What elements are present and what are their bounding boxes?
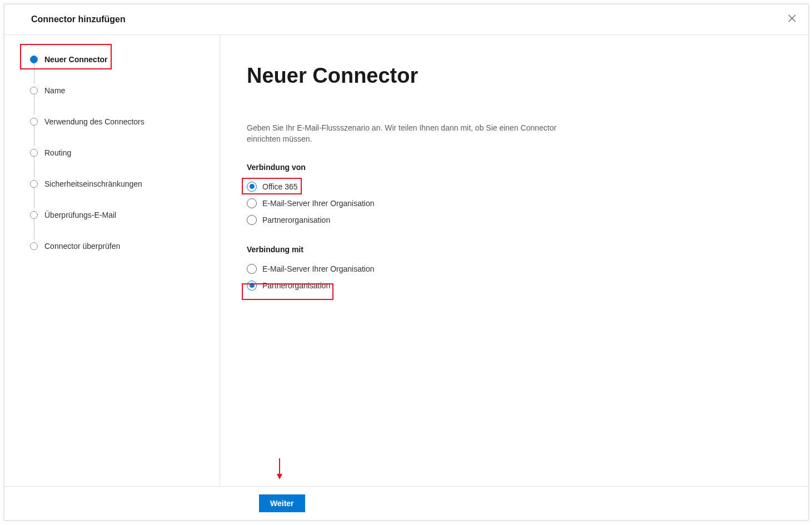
step-connector-line [34,94,34,115]
page-description: Geben Sie Ihr E-Mail-Flussszenario an. W… [247,122,558,145]
step-indicator-icon [30,118,38,126]
radio-icon [247,264,257,274]
connection-to-label: Verbindung mit [247,245,775,254]
step-connector-line [34,219,34,239]
step-label: Verwendung des Connectors [44,117,145,126]
step-indicator-icon [30,242,38,250]
step-connector-line [34,63,34,84]
radio-label: E-Mail-Server Ihrer Organisation [262,264,375,273]
step-indicator-icon [30,149,38,157]
step-label: Sicherheitseinschränkungen [44,179,142,188]
radio-icon [247,182,257,192]
wizard-step[interactable]: Überprüfungs-E-Mail [30,208,211,222]
connector-wizard-panel: Connector hinzufügen Neuer ConnectorName… [4,4,809,521]
connection-from-label: Verbindung von [247,163,775,172]
wizard-step[interactable]: Verwendung des Connectors [30,115,211,128]
radio-icon [247,215,257,225]
radio-option[interactable]: Office 365 [247,178,775,195]
step-label: Name [44,86,65,95]
step-indicator-icon [30,180,38,188]
wizard-step[interactable]: Name [30,84,211,97]
step-label: Überprüfungs-E-Mail [44,211,116,219]
step-label: Neuer Connector [44,55,108,64]
step-connector-line [34,126,34,146]
radio-label: Partnerorganisation [262,281,330,290]
close-button[interactable] [788,14,796,24]
connection-from-group: Office 365E-Mail-Server Ihrer Organisati… [247,178,775,228]
step-indicator-icon [30,87,38,94]
close-icon [788,14,796,22]
step-label: Connector überprüfen [44,242,120,251]
wizard-step[interactable]: Routing [30,146,211,159]
radio-option[interactable]: Partnerorganisation [247,212,775,228]
wizard-step[interactable]: Connector überprüfen [30,239,211,253]
panel-header: Connector hinzufügen [4,4,808,35]
step-connector-line [34,157,34,177]
panel-footer: Weiter [4,486,808,520]
wizard-step[interactable]: Neuer Connector [30,53,211,66]
radio-icon [247,198,257,208]
wizard-steps-sidebar: Neuer ConnectorNameVerwendung des Connec… [4,35,220,486]
panel-title: Connector hinzufügen [31,14,126,24]
radio-label: Office 365 [262,182,298,191]
step-indicator-icon [30,56,38,63]
connection-to-group: E-Mail-Server Ihrer OrganisationPartnero… [247,261,775,294]
radio-option[interactable]: E-Mail-Server Ihrer Organisation [247,261,775,277]
next-button[interactable]: Weiter [259,494,305,512]
radio-icon [247,281,257,291]
page-title: Neuer Connector [247,64,775,88]
panel-body: Neuer ConnectorNameVerwendung des Connec… [4,35,808,486]
step-connector-line [34,188,34,208]
radio-option[interactable]: Partnerorganisation [247,277,775,294]
step-label: Routing [44,148,71,157]
wizard-step[interactable]: Sicherheitseinschränkungen [30,177,211,191]
main-content: Neuer Connector Geben Sie Ihr E-Mail-Flu… [220,35,808,486]
radio-label: Partnerorganisation [262,216,330,224]
radio-option[interactable]: E-Mail-Server Ihrer Organisation [247,195,775,212]
step-indicator-icon [30,211,38,219]
radio-label: E-Mail-Server Ihrer Organisation [262,199,375,208]
